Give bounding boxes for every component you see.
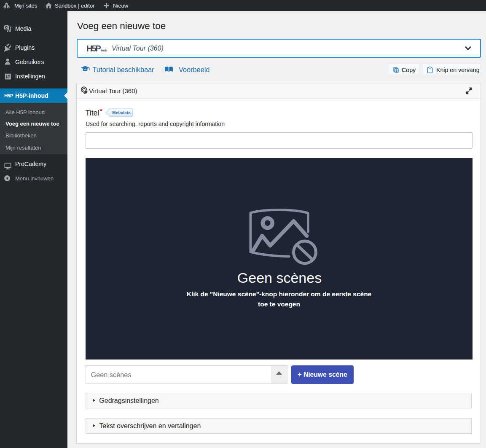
svg-text:Metadata: Metadata: [112, 110, 131, 115]
